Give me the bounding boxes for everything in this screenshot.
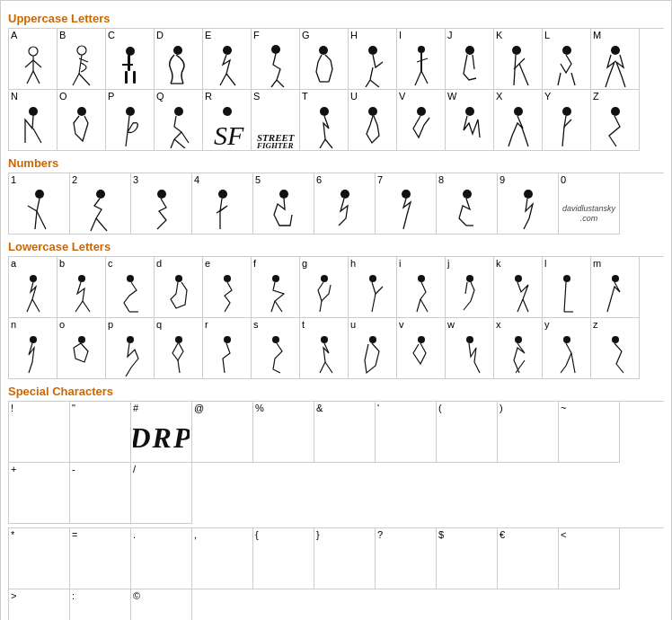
char-cell-e[interactable]: e — [203, 257, 252, 318]
char-cell-rparen[interactable]: ) — [498, 402, 559, 463]
char-cell-5[interactable]: 5 — [253, 173, 314, 235]
char-cell-2[interactable]: 2 — [70, 173, 131, 235]
svg-line-62 — [37, 211, 46, 229]
char-cell-1[interactable]: 1 — [9, 173, 70, 235]
char-cell-exclaim[interactable]: ! — [9, 402, 70, 463]
char-cell-E[interactable]: E — [203, 29, 252, 90]
char-cell-K[interactable]: K — [494, 29, 543, 90]
char-cell-P[interactable]: P — [106, 90, 155, 151]
char-cell-colon[interactable]: : — [70, 589, 131, 620]
char-cell-n[interactable]: n — [9, 318, 57, 379]
char-cell-G[interactable]: G — [300, 29, 349, 90]
char-cell-B[interactable]: B — [57, 29, 106, 90]
char-cell-quote[interactable]: " — [70, 402, 131, 463]
char-cell-d[interactable]: d — [155, 257, 203, 318]
char-cell-A[interactable]: A — [9, 29, 57, 90]
char-cell-u[interactable]: u — [349, 318, 397, 379]
char-cell-L[interactable]: L — [543, 29, 591, 90]
char-cell-D[interactable]: D — [155, 29, 203, 90]
char-cell-comma[interactable]: , — [192, 528, 253, 589]
char-cell-q[interactable]: q — [155, 318, 203, 379]
char-cell-O[interactable]: O — [57, 90, 106, 151]
char-cell-b[interactable]: b — [57, 257, 106, 318]
char-cell-rbrace[interactable]: } — [314, 528, 376, 589]
char-cell-lparen[interactable]: ( — [437, 402, 498, 463]
char-cell-8[interactable]: 8 — [437, 173, 498, 235]
char-cell-p[interactable]: p — [106, 318, 155, 379]
char-cell-c[interactable]: c — [106, 257, 155, 318]
char-cell-X[interactable]: X — [494, 90, 543, 151]
char-cell-C[interactable]: C — [106, 29, 155, 90]
char-cell-0[interactable]: 0davidlustansky.com — [559, 173, 620, 235]
char-cell-k[interactable]: k — [494, 257, 543, 318]
char-cell-slash[interactable]: / — [131, 463, 192, 524]
char-cell-7[interactable]: 7 — [376, 173, 437, 235]
svg-line-106 — [325, 362, 332, 373]
char-cell-star[interactable]: * — [9, 528, 70, 589]
char-cell-s[interactable]: s — [252, 318, 300, 379]
char-cell-w[interactable]: w — [446, 318, 494, 379]
char-cell-H[interactable]: H — [349, 29, 397, 90]
svg-point-69 — [340, 190, 349, 199]
svg-line-7 — [79, 55, 82, 74]
svg-point-84 — [321, 275, 328, 282]
char-cell-4[interactable]: 4 — [192, 173, 253, 235]
char-cell-at[interactable]: @ — [192, 402, 253, 463]
char-cell-h[interactable]: h — [349, 257, 397, 318]
char-cell-question[interactable]: ? — [376, 528, 437, 589]
char-cell-M[interactable]: M — [591, 29, 640, 90]
char-cell-F[interactable]: F — [252, 29, 300, 90]
char-cell-euro[interactable]: € — [498, 528, 559, 589]
char-cell-6[interactable]: 6 — [314, 173, 376, 235]
char-cell-minus[interactable]: - — [70, 463, 131, 524]
char-cell-j[interactable]: j — [446, 257, 494, 318]
char-cell-S[interactable]: SSTREETFIGHTER — [252, 90, 300, 151]
char-cell-lt[interactable]: < — [559, 528, 620, 589]
char-cell-f[interactable]: f — [252, 257, 300, 318]
char-cell-3[interactable]: 3 — [131, 173, 192, 235]
char-cell-m[interactable]: m — [591, 257, 640, 318]
char-cell-N[interactable]: N — [9, 90, 57, 151]
char-cell-hash[interactable]: #DRP — [131, 402, 192, 463]
char-cell-apos[interactable]: ' — [376, 402, 437, 463]
char-cell-W[interactable]: W — [446, 90, 494, 151]
char-cell-9[interactable]: 9 — [498, 173, 559, 235]
numbers-grid: 1 2 3 4 5 6 7 8 9 0davidlustansky.com — [8, 173, 664, 235]
svg-point-24 — [368, 46, 377, 55]
char-cell-percent[interactable]: % — [253, 402, 314, 463]
char-cell-l[interactable]: l — [543, 257, 591, 318]
svg-line-25 — [370, 80, 379, 87]
char-cell-Y[interactable]: Y — [543, 90, 591, 151]
char-cell-plus[interactable]: + — [9, 463, 70, 524]
char-cell-U[interactable]: U — [349, 90, 397, 151]
char-cell-equals[interactable]: = — [70, 528, 131, 589]
char-cell-t[interactable]: t — [300, 318, 349, 379]
char-cell-lbrace[interactable]: { — [253, 528, 314, 589]
char-cell-V[interactable]: V — [397, 90, 446, 151]
svg-point-22 — [319, 46, 328, 55]
char-cell-I[interactable]: I — [397, 29, 446, 90]
char-cell-period[interactable]: . — [131, 528, 192, 589]
lowercase-title: Lowercase Letters — [8, 240, 664, 253]
char-cell-g[interactable]: g — [300, 257, 349, 318]
char-cell-x[interactable]: x — [494, 318, 543, 379]
char-cell-z[interactable]: z — [591, 318, 640, 379]
char-cell-tilde[interactable]: ~ — [559, 402, 620, 463]
char-cell-R[interactable]: RSF — [203, 90, 252, 151]
char-cell-Q[interactable]: Q — [155, 90, 203, 151]
char-cell-Z[interactable]: Z — [591, 90, 640, 151]
char-cell-r[interactable]: r — [203, 318, 252, 379]
char-cell-y[interactable]: y — [543, 318, 591, 379]
char-cell-gt[interactable]: > — [9, 589, 70, 620]
svg-point-11 — [126, 47, 135, 56]
char-cell-T[interactable]: T — [300, 90, 349, 151]
char-cell-o[interactable]: o — [57, 318, 106, 379]
char-cell-v[interactable]: v — [397, 318, 446, 379]
char-cell-J[interactable]: J — [446, 29, 494, 90]
char-cell-dollar[interactable]: $ — [437, 528, 498, 589]
char-cell-a[interactable]: a — [9, 257, 57, 318]
char-cell-amp[interactable]: & — [314, 402, 376, 463]
lowercase-grid: a b c d e f g h i j k l m n o p q r s t … — [8, 256, 664, 379]
char-cell-i[interactable]: i — [397, 257, 446, 318]
char-cell-copyright[interactable]: © — [131, 589, 192, 620]
